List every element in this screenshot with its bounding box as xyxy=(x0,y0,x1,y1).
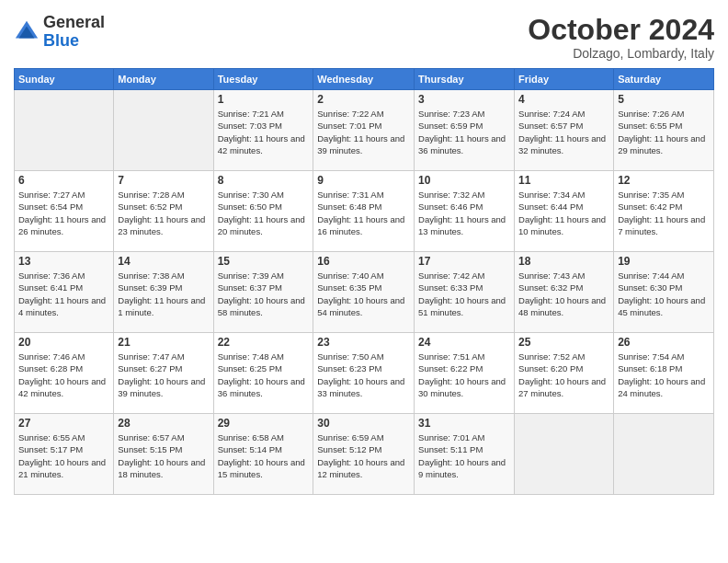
table-cell: 5Sunrise: 7:26 AM Sunset: 6:55 PM Daylig… xyxy=(614,90,714,171)
day-number: 5 xyxy=(618,93,710,106)
day-info: Sunrise: 7:43 AM Sunset: 6:32 PM Dayligh… xyxy=(518,270,609,318)
logo-icon xyxy=(14,19,40,45)
day-info: Sunrise: 7:21 AM Sunset: 7:03 PM Dayligh… xyxy=(218,108,310,156)
day-info: Sunrise: 7:26 AM Sunset: 6:55 PM Dayligh… xyxy=(618,108,710,156)
day-number: 17 xyxy=(418,255,510,268)
col-thursday: Thursday xyxy=(415,69,515,90)
day-number: 31 xyxy=(418,417,510,430)
table-cell: 4Sunrise: 7:24 AM Sunset: 6:57 PM Daylig… xyxy=(515,90,614,171)
day-info: Sunrise: 7:40 AM Sunset: 6:35 PM Dayligh… xyxy=(317,270,410,318)
month-title: October 2024 xyxy=(528,14,714,46)
week-row-3: 20Sunrise: 7:46 AM Sunset: 6:28 PM Dayli… xyxy=(15,333,714,414)
day-info: Sunrise: 7:30 AM Sunset: 6:50 PM Dayligh… xyxy=(218,189,310,237)
day-info: Sunrise: 7:44 AM Sunset: 6:30 PM Dayligh… xyxy=(618,270,710,318)
logo-text: General Blue xyxy=(43,14,105,51)
location: Dolzago, Lombardy, Italy xyxy=(528,46,714,61)
day-info: Sunrise: 7:27 AM Sunset: 6:54 PM Dayligh… xyxy=(18,189,109,237)
logo-blue: Blue xyxy=(43,31,79,50)
day-number: 25 xyxy=(518,336,609,349)
table-cell: 26Sunrise: 7:54 AM Sunset: 6:18 PM Dayli… xyxy=(614,333,714,414)
table-cell xyxy=(614,414,714,495)
table-cell: 14Sunrise: 7:38 AM Sunset: 6:39 PM Dayli… xyxy=(114,252,213,333)
day-number: 20 xyxy=(18,336,109,349)
table-cell: 31Sunrise: 7:01 AM Sunset: 5:11 PM Dayli… xyxy=(415,414,515,495)
day-info: Sunrise: 7:48 AM Sunset: 6:25 PM Dayligh… xyxy=(218,350,310,399)
day-info: Sunrise: 7:38 AM Sunset: 6:39 PM Dayligh… xyxy=(118,270,209,318)
day-info: Sunrise: 7:47 AM Sunset: 6:27 PM Dayligh… xyxy=(118,350,209,399)
day-number: 27 xyxy=(18,417,109,430)
calendar-header-row: Sunday Monday Tuesday Wednesday Thursday… xyxy=(15,69,714,90)
day-info: Sunrise: 7:50 AM Sunset: 6:23 PM Dayligh… xyxy=(317,350,410,399)
logo: General Blue xyxy=(14,14,105,51)
table-cell: 10Sunrise: 7:32 AM Sunset: 6:46 PM Dayli… xyxy=(415,171,515,252)
day-number: 12 xyxy=(618,174,710,187)
day-number: 24 xyxy=(418,336,510,349)
day-info: Sunrise: 6:55 AM Sunset: 5:17 PM Dayligh… xyxy=(18,431,109,480)
table-cell xyxy=(114,90,213,171)
day-number: 30 xyxy=(317,417,410,430)
day-number: 11 xyxy=(518,174,609,187)
table-cell: 17Sunrise: 7:42 AM Sunset: 6:33 PM Dayli… xyxy=(415,252,515,333)
table-cell: 30Sunrise: 6:59 AM Sunset: 5:12 PM Dayli… xyxy=(313,414,415,495)
table-cell: 8Sunrise: 7:30 AM Sunset: 6:50 PM Daylig… xyxy=(213,171,313,252)
table-cell: 6Sunrise: 7:27 AM Sunset: 6:54 PM Daylig… xyxy=(15,171,114,252)
day-info: Sunrise: 7:54 AM Sunset: 6:18 PM Dayligh… xyxy=(618,350,710,399)
table-cell: 29Sunrise: 6:58 AM Sunset: 5:14 PM Dayli… xyxy=(213,414,313,495)
day-info: Sunrise: 7:31 AM Sunset: 6:48 PM Dayligh… xyxy=(317,189,410,237)
day-number: 23 xyxy=(317,336,410,349)
day-number: 1 xyxy=(218,93,310,106)
day-info: Sunrise: 7:52 AM Sunset: 6:20 PM Dayligh… xyxy=(518,350,609,399)
day-info: Sunrise: 7:51 AM Sunset: 6:22 PM Dayligh… xyxy=(418,350,510,399)
table-cell: 21Sunrise: 7:47 AM Sunset: 6:27 PM Dayli… xyxy=(114,333,213,414)
table-cell: 19Sunrise: 7:44 AM Sunset: 6:30 PM Dayli… xyxy=(614,252,714,333)
table-cell: 2Sunrise: 7:22 AM Sunset: 7:01 PM Daylig… xyxy=(313,90,415,171)
table-cell: 11Sunrise: 7:34 AM Sunset: 6:44 PM Dayli… xyxy=(515,171,614,252)
week-row-1: 6Sunrise: 7:27 AM Sunset: 6:54 PM Daylig… xyxy=(15,171,714,252)
table-cell: 1Sunrise: 7:21 AM Sunset: 7:03 PM Daylig… xyxy=(213,90,313,171)
page: General Blue October 2024 Dolzago, Lomba… xyxy=(0,0,728,563)
table-cell: 9Sunrise: 7:31 AM Sunset: 6:48 PM Daylig… xyxy=(313,171,415,252)
col-saturday: Saturday xyxy=(614,69,714,90)
day-info: Sunrise: 7:36 AM Sunset: 6:41 PM Dayligh… xyxy=(18,270,109,318)
day-info: Sunrise: 7:34 AM Sunset: 6:44 PM Dayligh… xyxy=(518,189,609,237)
day-number: 14 xyxy=(118,255,209,268)
day-info: Sunrise: 6:58 AM Sunset: 5:14 PM Dayligh… xyxy=(218,431,310,480)
table-cell: 23Sunrise: 7:50 AM Sunset: 6:23 PM Dayli… xyxy=(313,333,415,414)
day-number: 13 xyxy=(18,255,109,268)
day-info: Sunrise: 7:24 AM Sunset: 6:57 PM Dayligh… xyxy=(518,108,609,156)
day-info: Sunrise: 7:32 AM Sunset: 6:46 PM Dayligh… xyxy=(418,189,510,237)
title-block: October 2024 Dolzago, Lombardy, Italy xyxy=(528,14,714,61)
day-info: Sunrise: 6:59 AM Sunset: 5:12 PM Dayligh… xyxy=(317,431,410,480)
day-number: 22 xyxy=(218,336,310,349)
col-wednesday: Wednesday xyxy=(313,69,415,90)
col-friday: Friday xyxy=(515,69,614,90)
day-info: Sunrise: 7:46 AM Sunset: 6:28 PM Dayligh… xyxy=(18,350,109,399)
table-cell xyxy=(515,414,614,495)
day-info: Sunrise: 7:23 AM Sunset: 6:59 PM Dayligh… xyxy=(418,108,510,156)
day-number: 18 xyxy=(518,255,609,268)
col-sunday: Sunday xyxy=(15,69,114,90)
day-number: 7 xyxy=(118,174,209,187)
day-number: 29 xyxy=(218,417,310,430)
table-cell: 24Sunrise: 7:51 AM Sunset: 6:22 PM Dayli… xyxy=(415,333,515,414)
day-number: 8 xyxy=(218,174,310,187)
table-cell: 13Sunrise: 7:36 AM Sunset: 6:41 PM Dayli… xyxy=(15,252,114,333)
day-number: 3 xyxy=(418,93,510,106)
day-info: Sunrise: 7:28 AM Sunset: 6:52 PM Dayligh… xyxy=(118,189,209,237)
day-info: Sunrise: 7:35 AM Sunset: 6:42 PM Dayligh… xyxy=(618,189,710,237)
day-number: 15 xyxy=(218,255,310,268)
table-cell: 20Sunrise: 7:46 AM Sunset: 6:28 PM Dayli… xyxy=(15,333,114,414)
calendar: Sunday Monday Tuesday Wednesday Thursday… xyxy=(14,68,714,495)
table-cell: 7Sunrise: 7:28 AM Sunset: 6:52 PM Daylig… xyxy=(114,171,213,252)
day-number: 2 xyxy=(317,93,410,106)
week-row-0: 1Sunrise: 7:21 AM Sunset: 7:03 PM Daylig… xyxy=(15,90,714,171)
day-info: Sunrise: 7:39 AM Sunset: 6:37 PM Dayligh… xyxy=(218,270,310,318)
table-cell: 12Sunrise: 7:35 AM Sunset: 6:42 PM Dayli… xyxy=(614,171,714,252)
table-cell: 25Sunrise: 7:52 AM Sunset: 6:20 PM Dayli… xyxy=(515,333,614,414)
table-cell: 28Sunrise: 6:57 AM Sunset: 5:15 PM Dayli… xyxy=(114,414,213,495)
day-info: Sunrise: 7:42 AM Sunset: 6:33 PM Dayligh… xyxy=(418,270,510,318)
table-cell: 22Sunrise: 7:48 AM Sunset: 6:25 PM Dayli… xyxy=(213,333,313,414)
day-number: 19 xyxy=(618,255,710,268)
table-cell: 3Sunrise: 7:23 AM Sunset: 6:59 PM Daylig… xyxy=(415,90,515,171)
table-cell: 16Sunrise: 7:40 AM Sunset: 6:35 PM Dayli… xyxy=(313,252,415,333)
